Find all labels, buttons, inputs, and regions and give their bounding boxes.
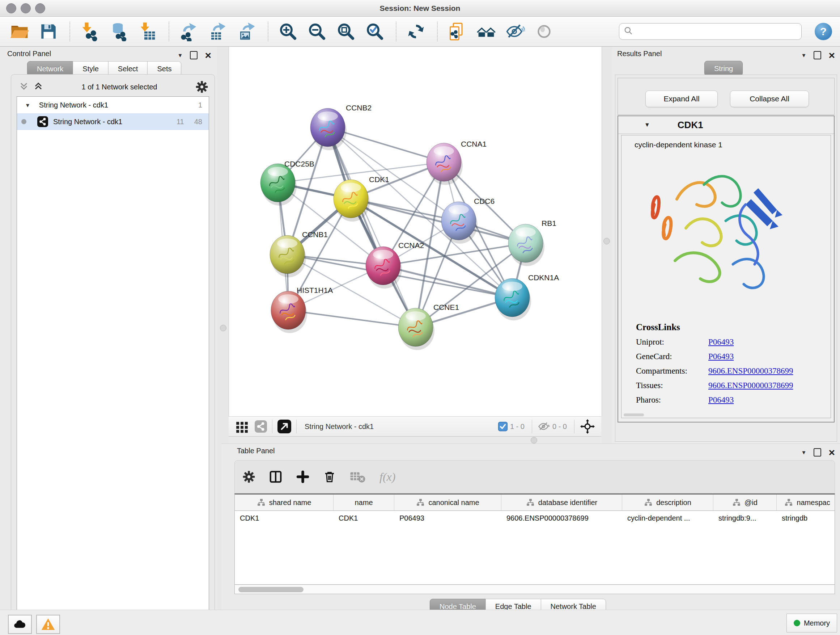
export-table-button[interactable]	[208, 21, 228, 42]
network-edge-CDK1-RB1[interactable]	[351, 199, 526, 243]
network-edge-CCNB2-CCNE1[interactable]	[328, 127, 416, 327]
collection-expand-icon[interactable]: ▼	[25, 102, 30, 108]
network-node-CCNA1[interactable]	[426, 143, 463, 185]
function-builder-icon[interactable]: f(x)	[379, 470, 395, 484]
detach-view-icon[interactable]	[278, 420, 291, 433]
save-session-button[interactable]	[38, 21, 58, 42]
table-panel-close-icon[interactable]: ×	[829, 449, 835, 456]
gene-expand-icon[interactable]: ▼	[644, 122, 650, 128]
open-session-button[interactable]	[9, 21, 30, 42]
network-node-CCNE1[interactable]	[398, 308, 434, 350]
column-header-shared-name[interactable]: shared name	[235, 494, 333, 510]
zoom-fit-button[interactable]	[336, 21, 356, 42]
crosslink-link[interactable]: P06493	[708, 352, 734, 361]
add-column-icon[interactable]	[296, 470, 309, 483]
network-column-icon	[257, 498, 265, 507]
column-header-namespac[interactable]: namespac	[777, 494, 835, 510]
table-options-gear-icon[interactable]	[243, 470, 255, 483]
table-cell[interactable]: stringdb	[777, 511, 835, 525]
table-cell[interactable]: cyclin-dependent ...	[622, 511, 714, 525]
cloud-button[interactable]	[8, 615, 32, 634]
network-edge-HIST1H1A-CCNE1[interactable]	[288, 310, 416, 327]
home-button[interactable]	[476, 21, 496, 42]
column-header-name[interactable]: name	[333, 494, 394, 510]
column-header-description[interactable]: description	[622, 494, 714, 510]
birdseye-grid-icon[interactable]	[235, 420, 249, 433]
search-input[interactable]	[637, 27, 797, 36]
clone-network-button[interactable]	[447, 21, 467, 42]
network-node-RB1[interactable]	[508, 224, 545, 266]
network-options-gear-icon[interactable]	[196, 81, 208, 93]
gene-section-header[interactable]: ▼ CDK1	[618, 116, 834, 134]
right-splitter[interactable]	[602, 47, 612, 443]
column-header-label: name	[355, 499, 373, 507]
right-splitter-handle[interactable]	[603, 238, 610, 244]
network-node-CCNB2[interactable]	[310, 108, 347, 150]
network-collection-row[interactable]: ▼ String Network - cdk1 1	[17, 97, 209, 113]
show-hide-panels-button[interactable]	[505, 21, 525, 42]
table-cell[interactable]: stringdb:9...	[714, 511, 777, 525]
search-field[interactable]	[619, 23, 802, 40]
export-image-button[interactable]	[237, 21, 257, 42]
results-scrollbar-nub[interactable]	[624, 413, 644, 416]
expand-all-button[interactable]: Expand All	[645, 90, 718, 107]
help-button[interactable]: ?	[815, 23, 832, 40]
crosslink-link[interactable]: 9606.ENSP00000378699	[708, 381, 793, 390]
export-network-button[interactable]	[179, 21, 199, 42]
import-network-button[interactable]	[80, 21, 100, 42]
memory-button[interactable]: Memory	[786, 614, 837, 632]
column-header-database-identifier[interactable]: database identifier	[501, 494, 622, 510]
network-row[interactable]: String Network - cdk1 11 48	[17, 113, 209, 130]
table-cell[interactable]: CDK1	[235, 511, 333, 525]
table-row[interactable]: CDK1CDK1P064939606.ENSP00000378699cyclin…	[235, 511, 835, 525]
network-graph[interactable]: CCNB2CCNA1CDC25BCDK1CDC6RB1CCNB1CCNA2CDK…	[229, 47, 602, 416]
column-header-canonical-name[interactable]: canonical name	[394, 494, 501, 510]
delete-table-icon[interactable]	[350, 470, 366, 484]
preview-button[interactable]	[534, 21, 554, 42]
left-splitter-handle[interactable]	[220, 325, 226, 331]
control-panel-collapse-icon[interactable]: ▼	[178, 52, 183, 58]
network-node-CCNA2[interactable]	[366, 247, 402, 288]
node-table: shared namenamecanonical namedatabase id…	[234, 494, 835, 585]
network-node-CDKN1A[interactable]	[495, 279, 531, 320]
import-table-button[interactable]	[137, 21, 158, 42]
hidden-eye-icon[interactable]	[537, 420, 550, 433]
zoom-selected-button[interactable]	[365, 21, 385, 42]
table-scrollbar-thumb[interactable]	[238, 587, 303, 592]
table-cell[interactable]: CDK1	[333, 511, 394, 525]
crosslink-link[interactable]: P06493	[708, 395, 734, 405]
tab-string[interactable]: String	[704, 61, 743, 76]
crosslink-link[interactable]: P06493	[708, 337, 734, 347]
selected-checkbox-icon[interactable]	[498, 421, 508, 432]
show-columns-icon[interactable]	[269, 470, 283, 484]
table-panel-float-icon[interactable]	[813, 448, 821, 456]
results-panel-close-icon[interactable]: ×	[829, 52, 835, 59]
table-cell[interactable]: P06493	[394, 511, 501, 525]
collapse-all-button[interactable]: Collapse All	[730, 90, 809, 107]
network-canvas[interactable]: CCNB2CCNA1CDC25BCDK1CDC6RB1CCNB1CCNA2CDK…	[229, 47, 602, 416]
network-node-HIST1H1A[interactable]	[271, 291, 307, 333]
import-database-button[interactable]	[109, 21, 129, 42]
table-panel-collapse-icon[interactable]: ▼	[801, 449, 807, 455]
control-panel-close-icon[interactable]: ×	[205, 52, 211, 59]
network-node-CDK1[interactable]	[333, 180, 370, 222]
network-column-icon	[526, 498, 535, 507]
control-panel-float-icon[interactable]	[190, 51, 197, 59]
bottom-splitter-handle[interactable]	[531, 437, 537, 443]
delete-column-trash-icon[interactable]	[323, 470, 336, 483]
string-style-icon[interactable]	[255, 420, 267, 432]
table-horizontal-scrollbar[interactable]	[234, 585, 835, 594]
refresh-button[interactable]	[406, 21, 426, 42]
zoom-in-button[interactable]	[278, 21, 298, 42]
zoom-out-button[interactable]	[307, 21, 327, 42]
crosslink-link[interactable]: 9606.ENSP00000378699	[708, 366, 793, 376]
navigator-crosshair-icon[interactable]	[579, 418, 595, 434]
expand-all-networks-icon[interactable]	[34, 81, 43, 92]
collapse-all-networks-icon[interactable]	[19, 81, 28, 92]
table-cell[interactable]: 9606.ENSP00000378699	[501, 511, 622, 525]
network-node-CDC25B[interactable]	[261, 164, 297, 206]
results-panel-collapse-icon[interactable]: ▼	[801, 52, 807, 58]
results-panel-float-icon[interactable]	[813, 51, 821, 59]
column-header--id[interactable]: @id	[714, 494, 777, 510]
warning-button[interactable]	[36, 615, 60, 634]
